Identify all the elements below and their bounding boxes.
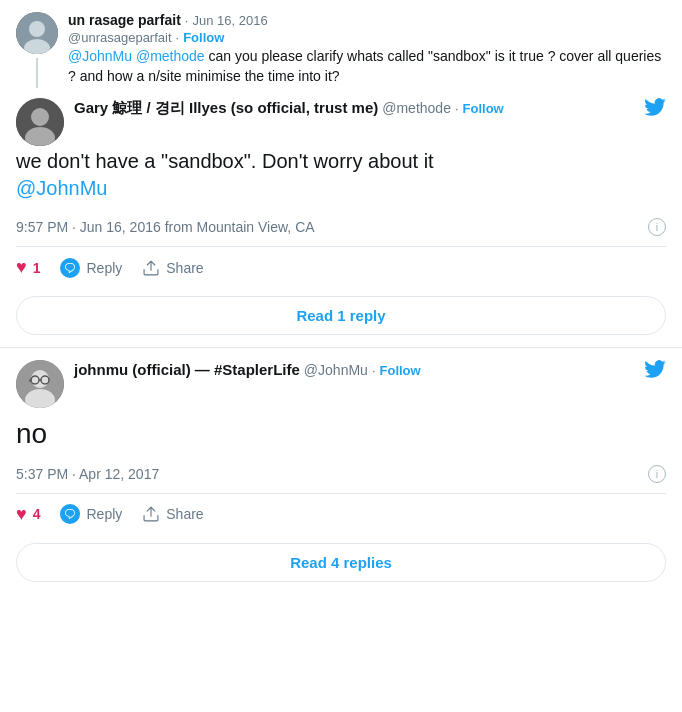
second-tweet-text: no xyxy=(16,416,666,452)
main-avatar xyxy=(16,98,64,146)
read-reply-button-1[interactable]: Read 1 reply xyxy=(16,296,666,335)
share-label-2: Share xyxy=(166,506,203,522)
second-user-handle: @JohnMu xyxy=(304,362,368,378)
reply-tweet: un rasage parfait · Jun 16, 2016 @unrasa… xyxy=(16,12,666,90)
reply-tweet-header: un rasage parfait · Jun 16, 2016 xyxy=(68,12,666,28)
twitter-bird-icon-2 xyxy=(644,360,666,383)
second-avatar-wrap xyxy=(16,360,64,408)
reply-user-handle: @unrasageparfait xyxy=(68,30,172,45)
main-tweet: Gary 鯨理 / 경리 Illyes (so official, trust … xyxy=(16,98,666,146)
main-tweet-body: Gary 鯨理 / 경리 Illyes (so official, trust … xyxy=(74,98,644,122)
second-user-name: johnmu (official) — #StaplerLife xyxy=(74,361,300,378)
second-tweet-top: johnmu (official) — #StaplerLife @JohnMu… xyxy=(16,360,666,408)
heart-icon-1: ♥ xyxy=(16,257,27,278)
avatar xyxy=(16,12,58,54)
like-action-1[interactable]: ♥ 1 xyxy=(16,257,40,278)
heart-icon-2: ♥ xyxy=(16,504,27,525)
svg-point-7 xyxy=(31,370,49,388)
main-follow-button[interactable]: Follow xyxy=(463,101,504,116)
read-reply-button-2[interactable]: Read 4 replies xyxy=(16,543,666,582)
second-tweet-header-col: johnmu (official) — #StaplerLife @JohnMu… xyxy=(74,360,644,382)
main-user-handle: @methode xyxy=(382,100,451,116)
like-count-1: 1 xyxy=(33,260,41,276)
twitter-bird-icon-1 xyxy=(644,98,666,121)
second-avatar xyxy=(16,360,64,408)
action-bar-2: ♥ 4 Reply Share xyxy=(16,494,666,535)
second-tweet-header: johnmu (official) — #StaplerLife @JohnMu… xyxy=(74,360,644,378)
dot-sep-1: · xyxy=(185,13,189,28)
main-user-name: Gary 鯨理 / 경리 Illyes (so official, trust … xyxy=(74,99,378,118)
svg-point-1 xyxy=(29,21,45,37)
dot-sep-3: · xyxy=(455,101,459,116)
main-tweet-text-line1: we don't have a "sandbox". Don't worry a… xyxy=(16,150,434,172)
info-icon-1[interactable]: i xyxy=(648,218,666,236)
reply-tweet-text: @JohnMu @methode can you please clarify … xyxy=(68,47,666,86)
action-bar-1: ♥ 1 Reply Share xyxy=(16,247,666,288)
share-icon-1 xyxy=(142,259,160,277)
reply-handle-row: @unrasageparfait · Follow xyxy=(68,30,666,45)
main-tweet-mention: @JohnMu xyxy=(16,177,107,199)
share-action-2[interactable]: Share xyxy=(142,505,203,523)
reply-tweet-date: Jun 16, 2016 xyxy=(192,13,267,28)
tweet-thread-2: johnmu (official) — #StaplerLife @JohnMu… xyxy=(0,348,682,581)
reply-icon-1 xyxy=(60,258,80,278)
mention-methode: @methode xyxy=(136,48,205,64)
like-count-2: 4 xyxy=(33,506,41,522)
main-tweet-block: Gary 鯨理 / 경리 Illyes (so official, trust … xyxy=(16,98,666,347)
tweet-meta-1: 9:57 PM · Jun 16, 2016 from Mountain Vie… xyxy=(16,218,666,236)
main-tweet-text: we don't have a "sandbox". Don't worry a… xyxy=(16,148,666,202)
tweet-thread-1: un rasage parfait · Jun 16, 2016 @unrasa… xyxy=(0,0,682,348)
avatar-col xyxy=(16,12,58,88)
svg-line-12 xyxy=(29,380,31,381)
reply-label-1: Reply xyxy=(86,260,122,276)
main-tweet-header: Gary 鯨理 / 경리 Illyes (so official, trust … xyxy=(74,98,644,118)
reply-label-2: Reply xyxy=(86,506,122,522)
share-icon-2 xyxy=(142,505,160,523)
tweet-timestamp-1: 9:57 PM · Jun 16, 2016 from Mountain Vie… xyxy=(16,219,315,235)
like-action-2[interactable]: ♥ 4 xyxy=(16,504,40,525)
reply-action-2[interactable]: Reply xyxy=(60,504,122,524)
second-follow-button[interactable]: Follow xyxy=(380,363,421,378)
svg-point-4 xyxy=(31,108,49,126)
info-icon-2[interactable]: i xyxy=(648,465,666,483)
dot-sep-4: · xyxy=(372,363,376,378)
reply-action-1[interactable]: Reply xyxy=(60,258,122,278)
main-tweet-text-area: we don't have a "sandbox". Don't worry a… xyxy=(16,148,666,218)
share-action-1[interactable]: Share xyxy=(142,259,203,277)
thread-line xyxy=(36,58,38,88)
dot-sep-2: · xyxy=(176,30,180,45)
reply-tweet-content: un rasage parfait · Jun 16, 2016 @unrasa… xyxy=(68,12,666,90)
tweet-timestamp-2: 5:37 PM · Apr 12, 2017 xyxy=(16,466,159,482)
share-label-1: Share xyxy=(166,260,203,276)
reply-icon-2 xyxy=(60,504,80,524)
reply-user-name: un rasage parfait xyxy=(68,12,181,28)
mention-johnmu: @JohnMu xyxy=(68,48,132,64)
tweet-meta-2: 5:37 PM · Apr 12, 2017 i xyxy=(16,465,666,483)
reply-follow-button[interactable]: Follow xyxy=(183,30,224,45)
